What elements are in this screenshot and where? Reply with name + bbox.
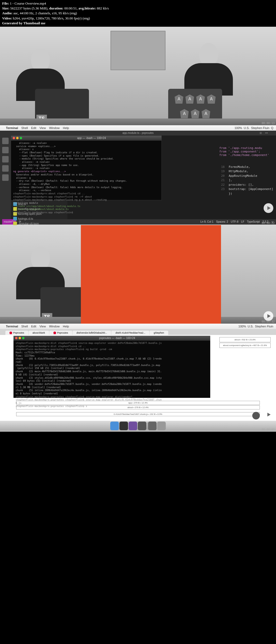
browser-tab[interactable]: dist/0.41dc978eddae7ea2... (111, 331, 149, 335)
ide-activity-bar (0, 135, 11, 219)
mac-menubar: Terminal Shell Edit View Window Help 100… (0, 125, 276, 131)
generated-label: Generated by Thumbnail me (2, 21, 45, 25)
play-button-overlay[interactable] (264, 410, 273, 419)
finder-icon[interactable] (110, 422, 119, 430)
close-icon[interactable] (15, 337, 18, 339)
browser-tab[interactable]: about:blank (29, 331, 49, 335)
angular-icon: A (191, 109, 199, 118)
timestamp: 00:00:13 (262, 122, 275, 125)
timestamp: 00:00:43 (262, 428, 275, 431)
audio-label: Audio: (2, 11, 12, 15)
person-right (182, 43, 236, 96)
locale-flag[interactable]: U.S. (244, 126, 249, 130)
video-metadata-header: File: 1 - Course Overview.mp4 Size: 5622… (0, 0, 276, 27)
angular-icon: A (202, 109, 210, 118)
thumbnail-frame-3: TS 00:00:32 (0, 225, 276, 324)
git-icon[interactable] (2, 156, 9, 162)
vscode-icon[interactable] (129, 422, 137, 430)
extensions-icon[interactable] (2, 174, 9, 181)
video-label: Video: (2, 16, 12, 20)
terminal-output[interactable]: stephenfluin-macbookpro:dist stephenflui… (13, 341, 210, 409)
menu-shell[interactable]: Shell (21, 126, 28, 130)
menu-window[interactable]: Window (49, 126, 60, 130)
more-icon[interactable]: ••• (265, 131, 268, 134)
size-label: Size: (2, 6, 9, 10)
terminal-title: app — -bash — 100×24 (77, 137, 106, 140)
angular-icon (53, 331, 56, 334)
pluralsight-logo (252, 412, 260, 419)
browser-tab[interactable]: Pxproutes (49, 331, 72, 335)
cursor-position[interactable]: Ln 9, Col 1 (200, 220, 213, 223)
mac-menubar: Terminal Shell Edit View Window Help 100… (0, 324, 276, 329)
thumbnail-frame-4: Terminal Shell Edit View Window Help 100… (0, 324, 276, 432)
angular-icon: A (196, 94, 205, 104)
angular-icon (9, 331, 12, 334)
sourcemap-block[interactable]: about • 532 B • 23.8% (219, 337, 271, 342)
minimize-icon[interactable] (19, 337, 21, 339)
debug-icon[interactable] (2, 165, 9, 172)
thumbnail-frame-2: Terminal Shell Edit View Window Help 100… (0, 125, 276, 225)
timestamp: 00:00:32 (262, 320, 275, 323)
tree-item[interactable]: typings.d.ts (12, 216, 66, 221)
menu-edit[interactable]: Edit (31, 126, 36, 130)
angular-icon: A (185, 94, 194, 104)
maximize-icon[interactable] (20, 137, 22, 139)
battery-indicator[interactable]: 100% (234, 126, 242, 130)
user-name[interactable]: Stephen Fluin (251, 126, 270, 130)
angular-icon: A (175, 94, 183, 104)
play-button-overlay[interactable] (264, 311, 273, 321)
sourcemap-sidebar: about • 532 B • 23.8% about.component.ng… (219, 337, 271, 348)
split-icon[interactable]: ⊞ (260, 131, 262, 134)
dock-app-icon[interactable] (138, 422, 146, 430)
language-mode[interactable]: TypeScript (247, 220, 260, 223)
close-icon[interactable] (13, 137, 15, 139)
code-editor[interactable]: from './app-routing.modu from './app.com… (219, 146, 273, 196)
sourcemap-block[interactable]: about.component.ngfactory.ts • 487 B • 2… (219, 343, 271, 348)
menu-help[interactable]: Help (63, 126, 69, 130)
menu-view[interactable]: View (39, 126, 46, 130)
browser-tab[interactable]: Pxproutes (5, 331, 28, 335)
file-label: File: (2, 1, 9, 5)
indent-setting[interactable]: Spaces: 2 (216, 220, 228, 223)
minimize-icon[interactable] (16, 137, 19, 139)
menu-terminal[interactable]: Terminal (6, 325, 18, 328)
mac-dock (0, 421, 276, 431)
line-ending[interactable]: LF (241, 220, 244, 223)
thumbnail-frame-1: TS A A A A A A A 00:00:13 (0, 27, 276, 125)
sourcemap-block[interactable]: 0.41dc978eddae7ea21607.chunk.js • 192 B … (16, 412, 260, 416)
browser-tab[interactable]: dist/vendor.bdfef20aba200... (73, 331, 111, 335)
terminal-icon[interactable] (119, 422, 128, 430)
explorer-icon[interactable] (2, 138, 9, 144)
file-value: 1 - Course Overview.mp4 (10, 1, 46, 5)
play-button-overlay[interactable] (264, 203, 273, 213)
overlay-panel (81, 225, 221, 324)
timestamp: 00:00:22 (262, 222, 275, 225)
menu-terminal[interactable]: Terminal (6, 126, 18, 130)
terminal-window: pxproutes — -bash — 100×24 stephenfluin-… (13, 336, 210, 398)
dock-app-icon[interactable] (148, 422, 157, 430)
angular-icon: A (207, 94, 216, 104)
browser-tab[interactable]: gStephen (150, 331, 168, 335)
search-icon[interactable]: Q (271, 126, 273, 130)
browser-tabs: Pxproutes about:blank Pxproutes dist/ven… (0, 329, 276, 335)
maximize-icon[interactable] (22, 337, 25, 339)
editor-tab-title: app.module.ts - pxproutes (122, 131, 154, 134)
search-icon[interactable] (2, 147, 9, 153)
terminal-window: app — -bash — 100×24 aliases: -a <value>… (11, 135, 162, 200)
trash-icon[interactable] (157, 422, 166, 430)
terminal-title: pxproutes — -bash — 100×24 (99, 337, 135, 340)
terminal-output[interactable]: aliases: -a <value> service <name> <opti… (11, 141, 161, 215)
encoding[interactable]: UTF-8 (231, 220, 238, 223)
angular-icon: A (180, 109, 189, 118)
